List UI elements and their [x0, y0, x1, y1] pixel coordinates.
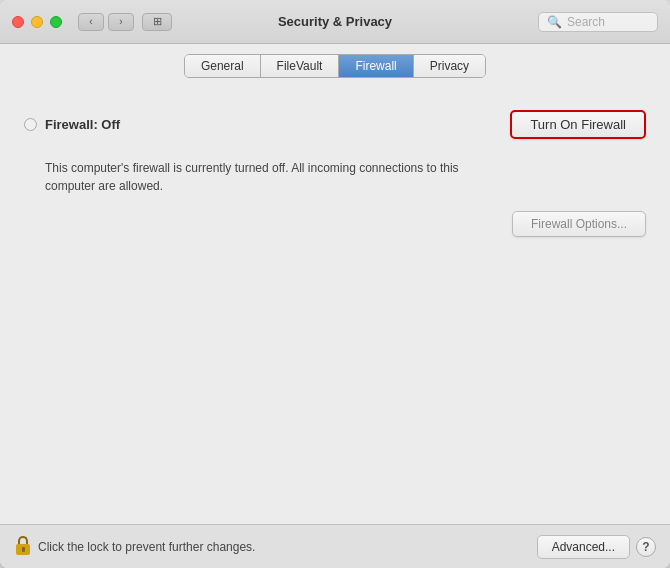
bottom-bar: Click the lock to prevent further change…	[0, 524, 670, 568]
search-box[interactable]: 🔍 Search	[538, 12, 658, 32]
tab-general[interactable]: General	[185, 55, 261, 77]
back-icon: ‹	[89, 16, 92, 27]
nav-buttons: ‹ ›	[78, 13, 134, 31]
main-window: ‹ › ⊞ Security & Privacy 🔍 Search Genera…	[0, 0, 670, 568]
help-button[interactable]: ?	[636, 537, 656, 557]
back-button[interactable]: ‹	[78, 13, 104, 31]
lock-body	[16, 544, 30, 555]
tab-segment: General FileVault Firewall Privacy	[184, 54, 486, 78]
advanced-button[interactable]: Advanced...	[537, 535, 630, 559]
tab-bar: General FileVault Firewall Privacy	[0, 44, 670, 86]
close-button[interactable]	[12, 16, 24, 28]
lock-label: Click the lock to prevent further change…	[38, 540, 255, 554]
tab-filevault[interactable]: FileVault	[261, 55, 340, 77]
tab-privacy[interactable]: Privacy	[414, 55, 485, 77]
grid-button[interactable]: ⊞	[142, 13, 172, 31]
titlebar: ‹ › ⊞ Security & Privacy 🔍 Search	[0, 0, 670, 44]
maximize-button[interactable]	[50, 16, 62, 28]
window-title: Security & Privacy	[278, 14, 392, 29]
firewall-status-row: Firewall: Off Turn On Firewall	[24, 102, 646, 147]
forward-icon: ›	[119, 16, 122, 27]
firewall-options-button[interactable]: Firewall Options...	[512, 211, 646, 237]
bottom-right-buttons: Advanced... ?	[537, 535, 656, 559]
firewall-options-row: Firewall Options...	[24, 211, 646, 237]
traffic-lights	[12, 16, 62, 28]
lock-icon	[14, 536, 32, 558]
lock-shackle	[18, 536, 28, 544]
firewall-radio[interactable]	[24, 118, 37, 131]
tab-firewall[interactable]: Firewall	[339, 55, 413, 77]
minimize-button[interactable]	[31, 16, 43, 28]
firewall-description: This computer's firewall is currently tu…	[45, 159, 465, 195]
grid-icon: ⊞	[153, 15, 162, 28]
lock-container[interactable]: Click the lock to prevent further change…	[14, 536, 255, 558]
firewall-status-left: Firewall: Off	[24, 117, 120, 132]
firewall-status-label: Firewall: Off	[45, 117, 120, 132]
lock-keyhole	[22, 547, 25, 552]
turn-on-firewall-button[interactable]: Turn On Firewall	[510, 110, 646, 139]
search-placeholder: Search	[567, 15, 605, 29]
content-area: Firewall: Off Turn On Firewall This comp…	[0, 86, 670, 524]
search-icon: 🔍	[547, 15, 562, 29]
forward-button[interactable]: ›	[108, 13, 134, 31]
